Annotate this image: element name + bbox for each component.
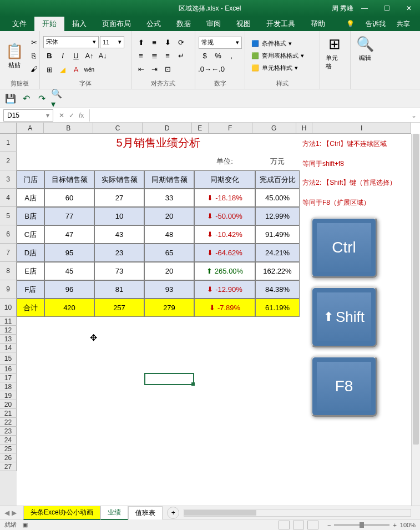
row-4-change[interactable]: ⬆265.00%	[194, 262, 255, 280]
font-size-combo[interactable]: 11▾	[100, 36, 124, 48]
row-2-change[interactable]: ⬇-10.42%	[194, 225, 255, 244]
row-1-change[interactable]: ⬇-50.00%	[194, 207, 255, 225]
row-header-6[interactable]: 6	[0, 225, 17, 244]
font-color-icon[interactable]: A	[70, 64, 82, 76]
total-prev[interactable]: 279	[144, 299, 194, 317]
comma-icon[interactable]: ,	[225, 50, 237, 62]
menu-file[interactable]: 文件	[4, 17, 34, 31]
row-2-pct[interactable]: 91.49%	[255, 225, 300, 244]
row-3-actual[interactable]: 23	[94, 244, 144, 262]
row-0-change[interactable]: ⬇-18.18%	[194, 189, 255, 207]
menu-help[interactable]: 帮助	[303, 17, 333, 31]
maximize-icon[interactable]: ☐	[376, 0, 398, 17]
menu-layout[interactable]: 页面布局	[94, 17, 139, 31]
total-pct[interactable]: 61.19%	[255, 299, 300, 317]
page-break-view-icon[interactable]	[307, 521, 318, 529]
unit-value[interactable]: 万元	[255, 152, 300, 170]
decrease-font-icon[interactable]: A↓	[97, 50, 109, 62]
row-header-2[interactable]: 2	[0, 152, 17, 170]
tell-me[interactable]: 告诉我	[360, 19, 391, 29]
total-change[interactable]: ⬇-7.89%	[194, 299, 255, 317]
minimize-icon[interactable]: ―	[353, 0, 376, 17]
cell-styles-button[interactable]: 🟨单元格样式▾	[249, 63, 316, 73]
row-4-prev[interactable]: 20	[144, 262, 194, 280]
col-header-H[interactable]: H	[296, 123, 313, 133]
align-bottom-icon[interactable]: ⬇	[161, 37, 174, 49]
col-header-C[interactable]: C	[93, 123, 143, 133]
decrease-indent-icon[interactable]: ⇤	[135, 63, 147, 75]
row-4-pct[interactable]: 162.22%	[255, 262, 300, 280]
total-label[interactable]: 合计	[17, 299, 44, 317]
row-3-target[interactable]: 95	[44, 244, 94, 262]
table-header-0[interactable]: 门店	[17, 170, 44, 189]
row-header-4[interactable]: 4	[0, 189, 17, 207]
row-2-store[interactable]: C店	[17, 225, 44, 244]
row-0-store[interactable]: A店	[17, 189, 44, 207]
table-header-5[interactable]: 完成百分比	[255, 170, 300, 189]
border-icon[interactable]: ⊞	[43, 64, 55, 76]
col-header-B[interactable]: B	[44, 123, 93, 133]
row-5-store[interactable]: F店	[17, 280, 44, 299]
menu-review[interactable]: 审阅	[199, 17, 229, 31]
sheet-tab-2[interactable]: 值班表	[128, 506, 163, 519]
row-3-pct[interactable]: 24.21%	[255, 244, 300, 262]
col-header-E[interactable]: E	[192, 123, 209, 133]
align-right-icon[interactable]: ≡	[161, 50, 174, 62]
font-name-combo[interactable]: 宋体▾	[43, 36, 99, 48]
row-header-5[interactable]: 5	[0, 207, 17, 225]
row-3-prev[interactable]: 65	[144, 244, 194, 262]
row-3-change[interactable]: ⬇-64.62%	[194, 244, 255, 262]
menu-data[interactable]: 数据	[169, 17, 199, 31]
row-header-20[interactable]: 20	[0, 400, 17, 409]
row-header-26[interactable]: 26	[0, 453, 17, 462]
name-box[interactable]: D15▾	[3, 109, 53, 122]
format-painter-icon[interactable]: 🖌	[28, 63, 40, 75]
row-header-21[interactable]: 21	[0, 409, 17, 418]
row-header-18[interactable]: 18	[0, 382, 17, 391]
total-actual[interactable]: 257	[94, 299, 144, 317]
ribbon-options-icon[interactable]: ▫	[331, 0, 353, 17]
expand-formula-icon[interactable]: ⌄	[408, 112, 420, 119]
close-icon[interactable]: ✕	[398, 0, 420, 17]
menu-formulas[interactable]: 公式	[139, 17, 169, 31]
table-header-1[interactable]: 目标销售额	[44, 170, 94, 189]
row-1-store[interactable]: B店	[17, 207, 44, 225]
row-header-8[interactable]: 8	[0, 262, 17, 280]
normal-view-icon[interactable]	[279, 521, 290, 529]
align-top-icon[interactable]: ⬆	[135, 37, 147, 49]
row-5-change[interactable]: ⬇-12.90%	[194, 280, 255, 299]
row-2-prev[interactable]: 48	[144, 225, 194, 244]
format-table-button[interactable]: 🟩套用表格格式▾	[249, 51, 316, 61]
row-header-1[interactable]: 1	[0, 134, 17, 152]
row-5-target[interactable]: 96	[44, 280, 94, 299]
column-headers[interactable]: ABCDEFGHI	[17, 123, 411, 134]
increase-decimal-icon[interactable]: .0→	[199, 63, 211, 75]
row-5-actual[interactable]: 81	[94, 280, 144, 299]
row-header-14[interactable]: 14	[0, 344, 17, 352]
record-macro-icon[interactable]: ▣	[22, 521, 28, 528]
row-2-actual[interactable]: 43	[94, 225, 144, 244]
row-header-7[interactable]: 7	[0, 244, 17, 262]
conditional-format-button[interactable]: 🟦条件格式▾	[249, 39, 316, 49]
percent-icon[interactable]: %	[212, 50, 224, 62]
row-header-12[interactable]: 12	[0, 326, 17, 335]
row-header-13[interactable]: 13	[0, 335, 17, 344]
undo-icon[interactable]: ↶	[20, 93, 32, 105]
row-2-target[interactable]: 47	[44, 225, 94, 244]
editing-button[interactable]: 🔍 编辑	[354, 33, 376, 64]
share-button[interactable]: 共享	[391, 19, 416, 29]
orientation-icon[interactable]: ⟳	[175, 37, 187, 49]
phonetic-icon[interactable]: wén	[83, 64, 95, 76]
lightbulb-icon[interactable]: 💡	[341, 20, 360, 28]
row-header-10[interactable]: 10	[0, 299, 17, 317]
row-0-pct[interactable]: 45.00%	[255, 189, 300, 207]
col-header-G[interactable]: G	[252, 123, 296, 133]
tab-nav-prev-icon[interactable]: ◀	[4, 509, 9, 517]
increase-indent-icon[interactable]: ⇥	[148, 63, 160, 75]
merge-icon[interactable]: ⊡	[161, 63, 174, 75]
total-target[interactable]: 420	[44, 299, 94, 317]
fx-icon[interactable]: fx	[79, 112, 84, 119]
row-header-3[interactable]: 3	[0, 170, 17, 189]
redo-icon[interactable]: ↷	[36, 93, 48, 105]
number-format-combo[interactable]: 常规▾	[199, 37, 242, 49]
